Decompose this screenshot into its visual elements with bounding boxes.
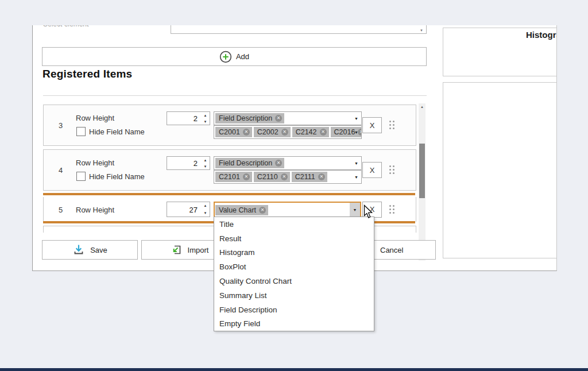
tag-label: C2111	[295, 173, 315, 181]
item-type-combobox-open[interactable]: Value Chart ✕ ▼	[214, 202, 361, 218]
add-plus-icon	[219, 51, 232, 63]
row-height-label: Row Height	[76, 114, 114, 122]
histogram-panel-title: Histogram	[526, 30, 557, 40]
dropdown-item-histogram[interactable]: Histogram	[214, 246, 374, 260]
tag: Field Description ✕	[215, 158, 284, 168]
spinner-up-icon[interactable]: ▲	[201, 202, 210, 210]
spinner-up-icon[interactable]: ▲	[201, 157, 210, 163]
row-index: 3	[59, 121, 63, 130]
remove-row-button[interactable]: X	[362, 117, 382, 133]
save-button[interactable]: Save	[42, 240, 138, 260]
row-height-value: 2	[194, 114, 198, 123]
dropdown-item-empty-field[interactable]: Empty Field	[214, 317, 374, 331]
tag-label: Field Description	[219, 114, 272, 122]
tag-remove-icon[interactable]: ✕	[243, 129, 250, 136]
tag: Field Description ✕	[215, 113, 284, 123]
hide-field-name-label: Hide Field Name	[89, 172, 145, 181]
spinner-buttons: ▲ ▼	[201, 157, 210, 169]
dropdown-item-title[interactable]: Title	[214, 217, 374, 231]
tag-label: Value Chart	[219, 206, 256, 214]
tag-remove-icon[interactable]: ✕	[259, 207, 266, 214]
preview-panel-histogram: Histogram	[443, 28, 557, 76]
import-button-label: Import	[188, 246, 209, 254]
registered-item-row-4: 4 Row Height Hide Field Name 2 ▲ ▼ Field…	[43, 149, 416, 191]
tag: C2101 ✕	[215, 172, 252, 182]
dropdown-item-field-description[interactable]: Field Description	[214, 303, 374, 317]
save-button-label: Save	[90, 246, 107, 254]
chevron-down-icon: ▼	[420, 29, 423, 32]
row-index: 5	[59, 205, 63, 214]
hide-field-name-checkbox[interactable]	[76, 172, 86, 181]
cancel-button[interactable]: Cancel	[372, 240, 436, 260]
row-height-spinner[interactable]: 2 ▲ ▼	[167, 111, 210, 125]
divider	[43, 95, 427, 96]
row-height-spinner[interactable]: 2 ▲ ▼	[167, 156, 210, 170]
preview-panel-empty	[443, 82, 557, 258]
remove-row-button[interactable]: X	[362, 162, 382, 178]
spinner-down-icon[interactable]: ▼	[201, 210, 210, 217]
chevron-down-icon[interactable]: ▼	[351, 171, 361, 183]
chevron-down-icon[interactable]: ▼	[351, 126, 361, 138]
scrollbar-thumb[interactable]	[419, 144, 425, 198]
fields-combobox[interactable]: C2001 ✕ C2002 ✕ C2142 ✕ C2016 ✕ ▼	[214, 125, 362, 139]
tag-remove-icon[interactable]: ✕	[275, 160, 282, 167]
fields-combobox[interactable]: C2101 ✕ C2110 ✕ C2111 ✕ ▼	[214, 170, 362, 184]
tag-label: C2101	[219, 173, 240, 181]
registered-items-title: Registered Items	[42, 68, 132, 80]
hide-field-name-label: Hide Field Name	[89, 127, 145, 136]
chevron-down-icon[interactable]: ▼	[351, 112, 361, 125]
scroll-up-icon[interactable]: ▲	[419, 103, 425, 110]
registered-item-row-3: 3 Row Height Hide Field Name 2 ▲ ▼ Field…	[43, 105, 416, 146]
tag-label: C2142	[296, 128, 317, 136]
row-height-value: 2	[194, 159, 198, 168]
tag: C2142 ✕	[292, 127, 329, 137]
row-index: 4	[59, 166, 63, 175]
select-element-combobox[interactable]: ▼	[171, 25, 427, 34]
spinner-buttons: ▲ ▼	[201, 202, 210, 217]
item-type-dropdown-list: Title Result Histogram BoxPlot Quality C…	[214, 217, 374, 331]
drop-indicator-top	[43, 193, 415, 195]
dropdown-item-summary-list[interactable]: Summary List	[214, 288, 374, 303]
tag: Value Chart ✕	[215, 205, 268, 215]
tag-label: C2001	[219, 128, 240, 136]
hide-field-name-checkbox[interactable]	[76, 127, 86, 136]
row-height-label: Row Height	[76, 205, 114, 214]
tag: C2110 ✕	[254, 172, 290, 182]
drag-handle-icon[interactable]	[389, 121, 395, 130]
mouse-cursor	[363, 204, 374, 222]
tag-remove-icon[interactable]: ✕	[243, 173, 250, 180]
add-button[interactable]: Add	[42, 47, 427, 66]
dropdown-item-boxplot[interactable]: BoxPlot	[214, 260, 374, 274]
tag-label: Field Description	[219, 159, 272, 167]
spinner-up-icon[interactable]: ▲	[201, 112, 210, 118]
row-height-spinner[interactable]: 27 ▲ ▼	[167, 202, 210, 217]
tag: C2001 ✕	[215, 127, 252, 137]
chevron-down-icon[interactable]: ▼	[351, 157, 361, 169]
dropdown-item-result[interactable]: Result	[214, 231, 374, 246]
tag-remove-icon[interactable]: ✕	[281, 173, 288, 180]
tag: C2111 ✕	[292, 172, 327, 182]
add-button-label: Add	[236, 52, 249, 61]
chevron-down-icon[interactable]: ▼	[350, 203, 360, 217]
row-height-label: Row Height	[76, 159, 114, 167]
row-height-value: 27	[189, 205, 198, 214]
bottom-edge-bar	[0, 368, 588, 371]
item-type-combobox[interactable]: Field Description ✕ ▼	[214, 111, 362, 125]
spinner-down-icon[interactable]: ▼	[201, 163, 210, 169]
select-element-label: Select element	[43, 25, 141, 29]
cancel-button-label: Cancel	[380, 246, 403, 254]
list-scrollbar[interactable]: ▲ ▼	[419, 103, 425, 261]
tag-remove-icon[interactable]: ✕	[275, 115, 282, 122]
item-type-combobox[interactable]: Field Description ✕ ▼	[214, 156, 362, 170]
drag-handle-icon[interactable]	[389, 205, 395, 214]
import-icon	[170, 244, 183, 256]
spinner-buttons: ▲ ▼	[201, 112, 210, 125]
dropdown-item-quality-control-chart[interactable]: Quality Control Chart	[214, 274, 374, 288]
tag-label: C2110	[257, 173, 278, 181]
tag-remove-icon[interactable]: ✕	[281, 129, 288, 136]
drag-handle-icon[interactable]	[389, 165, 395, 175]
tag-remove-icon[interactable]: ✕	[318, 173, 325, 180]
tag-remove-icon[interactable]: ✕	[320, 129, 327, 136]
spinner-down-icon[interactable]: ▼	[201, 118, 210, 125]
tag-label: C2002	[257, 128, 278, 136]
